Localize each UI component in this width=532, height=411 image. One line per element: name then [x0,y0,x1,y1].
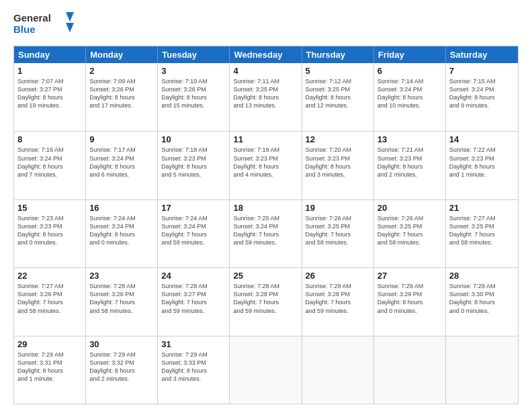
day-number: 6 [378,66,442,76]
calendar-week: 1Sunrise: 7:07 AMSunset: 3:27 PMDaylight… [14,63,518,131]
calendar-week: 15Sunrise: 7:23 AMSunset: 3:23 PMDayligh… [14,199,518,267]
calendar-cell: 29Sunrise: 7:29 AMSunset: 3:31 PMDayligh… [14,336,86,404]
calendar-body: 1Sunrise: 7:07 AMSunset: 3:27 PMDaylight… [14,63,518,404]
day-info: Sunrise: 7:19 AMSunset: 3:23 PMDaylight:… [233,146,298,179]
calendar-header: SundayMondayTuesdayWednesdayThursdayFrid… [14,46,518,63]
day-number: 28 [449,271,515,281]
day-info: Sunrise: 7:23 AMSunset: 3:23 PMDaylight:… [17,214,82,247]
day-number: 2 [89,66,154,76]
day-info: Sunrise: 7:29 AMSunset: 3:30 PMDaylight:… [449,282,515,315]
day-info: Sunrise: 7:29 AMSunset: 3:32 PMDaylight:… [89,351,154,383]
day-info: Sunrise: 7:15 AMSunset: 3:24 PMDaylight:… [449,77,515,110]
calendar-cell: 22Sunrise: 7:27 AMSunset: 3:26 PMDayligh… [14,268,86,335]
day-number: 25 [233,271,298,281]
calendar-cell: 5Sunrise: 7:12 AMSunset: 3:25 PMDaylight… [302,63,374,131]
day-info: Sunrise: 7:09 AMSunset: 3:26 PMDaylight:… [89,77,154,110]
weekday-header: Friday [374,46,446,63]
day-info: Sunrise: 7:26 AMSunset: 3:25 PMDaylight:… [306,214,370,247]
calendar-cell: 10Sunrise: 7:18 AMSunset: 3:23 PMDayligh… [158,132,230,199]
calendar-week: 22Sunrise: 7:27 AMSunset: 3:26 PMDayligh… [14,267,518,335]
day-number: 13 [378,134,442,144]
calendar-cell: 19Sunrise: 7:26 AMSunset: 3:25 PMDayligh… [302,200,374,267]
day-number: 1 [17,66,82,76]
day-info: Sunrise: 7:26 AMSunset: 3:25 PMDaylight:… [378,214,442,247]
day-number: 17 [161,203,226,213]
day-number: 22 [17,271,82,281]
page: General Blue SundayMondayTuesdayWednesda… [0,0,532,411]
day-number: 24 [161,271,226,281]
calendar-cell: 11Sunrise: 7:19 AMSunset: 3:23 PMDayligh… [230,132,302,199]
day-info: Sunrise: 7:16 AMSunset: 3:24 PMDaylight:… [17,146,82,179]
day-info: Sunrise: 7:29 AMSunset: 3:33 PMDaylight:… [161,351,226,383]
weekday-header: Tuesday [158,46,230,63]
day-number: 8 [17,134,82,144]
day-info: Sunrise: 7:17 AMSunset: 3:24 PMDaylight:… [89,146,154,179]
calendar-cell [446,336,518,404]
day-number: 26 [306,271,370,281]
calendar-cell: 23Sunrise: 7:28 AMSunset: 3:26 PMDayligh… [86,268,158,335]
day-info: Sunrise: 7:11 AMSunset: 3:25 PMDaylight:… [233,77,298,110]
day-number: 29 [17,339,82,349]
day-number: 3 [161,66,226,76]
svg-text:General: General [13,12,51,24]
day-info: Sunrise: 7:28 AMSunset: 3:26 PMDaylight:… [89,282,154,315]
calendar-cell [302,336,374,404]
day-number: 10 [161,134,226,144]
calendar: SundayMondayTuesdayWednesdayThursdayFrid… [13,46,519,404]
calendar-week: 29Sunrise: 7:29 AMSunset: 3:31 PMDayligh… [14,336,518,404]
day-number: 12 [306,134,370,144]
calendar-cell: 28Sunrise: 7:29 AMSunset: 3:30 PMDayligh… [446,268,518,335]
day-number: 23 [89,271,154,281]
day-number: 21 [449,203,515,213]
day-info: Sunrise: 7:28 AMSunset: 3:28 PMDaylight:… [233,282,298,315]
day-info: Sunrise: 7:29 AMSunset: 3:31 PMDaylight:… [17,351,82,383]
svg-marker-2 [66,12,74,21]
day-number: 16 [89,203,154,213]
calendar-cell: 30Sunrise: 7:29 AMSunset: 3:32 PMDayligh… [86,336,158,404]
day-number: 31 [161,339,226,349]
day-number: 11 [233,134,298,144]
day-info: Sunrise: 7:29 AMSunset: 3:28 PMDaylight:… [306,282,370,315]
calendar-cell [230,336,302,404]
calendar-cell: 15Sunrise: 7:23 AMSunset: 3:23 PMDayligh… [14,200,86,267]
calendar-cell: 26Sunrise: 7:29 AMSunset: 3:28 PMDayligh… [302,268,374,335]
logo-svg: General Blue [13,11,74,39]
day-info: Sunrise: 7:18 AMSunset: 3:23 PMDaylight:… [161,146,226,179]
weekday-header: Thursday [302,46,374,63]
day-number: 19 [306,203,370,213]
day-info: Sunrise: 7:25 AMSunset: 3:24 PMDaylight:… [233,214,298,247]
day-info: Sunrise: 7:07 AMSunset: 3:27 PMDaylight:… [17,77,82,110]
day-number: 14 [449,134,515,144]
calendar-cell: 7Sunrise: 7:15 AMSunset: 3:24 PMDaylight… [446,63,518,131]
day-info: Sunrise: 7:24 AMSunset: 3:24 PMDaylight:… [89,214,154,247]
day-info: Sunrise: 7:28 AMSunset: 3:27 PMDaylight:… [161,282,226,315]
calendar-cell: 25Sunrise: 7:28 AMSunset: 3:28 PMDayligh… [230,268,302,335]
calendar-cell: 16Sunrise: 7:24 AMSunset: 3:24 PMDayligh… [86,200,158,267]
calendar-cell: 8Sunrise: 7:16 AMSunset: 3:24 PMDaylight… [14,132,86,199]
day-number: 20 [378,203,442,213]
day-info: Sunrise: 7:14 AMSunset: 3:24 PMDaylight:… [378,77,442,110]
header: General Blue [13,11,519,39]
day-info: Sunrise: 7:21 AMSunset: 3:23 PMDaylight:… [378,146,442,179]
calendar-cell [374,336,446,404]
weekday-header: Monday [86,46,158,63]
day-number: 27 [378,271,442,281]
day-info: Sunrise: 7:29 AMSunset: 3:29 PMDaylight:… [378,282,442,315]
calendar-cell: 3Sunrise: 7:10 AMSunset: 3:26 PMDaylight… [158,63,230,131]
calendar-cell: 2Sunrise: 7:09 AMSunset: 3:26 PMDaylight… [86,63,158,131]
calendar-cell: 12Sunrise: 7:20 AMSunset: 3:23 PMDayligh… [302,132,374,199]
day-info: Sunrise: 7:12 AMSunset: 3:25 PMDaylight:… [306,77,370,110]
calendar-cell: 4Sunrise: 7:11 AMSunset: 3:25 PMDaylight… [230,63,302,131]
svg-marker-3 [66,23,74,32]
day-number: 30 [89,339,154,349]
day-info: Sunrise: 7:20 AMSunset: 3:23 PMDaylight:… [306,146,370,179]
calendar-cell: 21Sunrise: 7:27 AMSunset: 3:25 PMDayligh… [446,200,518,267]
day-number: 15 [17,203,82,213]
day-number: 5 [306,66,370,76]
day-number: 18 [233,203,298,213]
day-number: 4 [233,66,298,76]
calendar-week: 8Sunrise: 7:16 AMSunset: 3:24 PMDaylight… [14,131,518,199]
calendar-cell: 1Sunrise: 7:07 AMSunset: 3:27 PMDaylight… [14,63,86,131]
weekday-header: Wednesday [230,46,302,63]
calendar-cell: 31Sunrise: 7:29 AMSunset: 3:33 PMDayligh… [158,336,230,404]
